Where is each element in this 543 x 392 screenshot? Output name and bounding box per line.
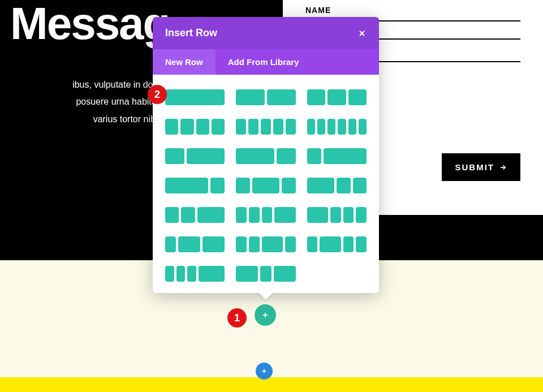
- layout-option[interactable]: [307, 178, 367, 193]
- plus-icon: [261, 368, 268, 374]
- layout-option[interactable]: [236, 266, 295, 282]
- yellow-section: [0, 377, 543, 392]
- layout-option[interactable]: [165, 148, 225, 164]
- layout-option[interactable]: [307, 119, 367, 135]
- layout-option[interactable]: [307, 148, 367, 164]
- layout-option[interactable]: [236, 178, 295, 193]
- layout-option[interactable]: [236, 207, 295, 223]
- layout-grid: [153, 75, 379, 293]
- layout-option[interactable]: [307, 207, 367, 223]
- layout-option[interactable]: [236, 148, 295, 164]
- layout-option[interactable]: [165, 119, 225, 135]
- layout-option[interactable]: [165, 178, 225, 193]
- modal-tabs: New Row Add From Library: [153, 49, 379, 75]
- submit-button[interactable]: SUBMIT: [442, 153, 521, 181]
- layout-option[interactable]: [307, 89, 367, 105]
- layout-option[interactable]: [165, 207, 225, 223]
- annotation-badge-1: 1: [227, 308, 247, 328]
- layout-option[interactable]: [236, 236, 295, 252]
- layout-option[interactable]: [165, 266, 225, 282]
- arrow-right-icon: [499, 163, 507, 171]
- add-row-button[interactable]: [255, 304, 276, 326]
- close-button[interactable]: [357, 29, 367, 38]
- modal-title: Insert Row: [165, 27, 217, 39]
- close-icon: [357, 29, 367, 38]
- layout-option[interactable]: [165, 236, 225, 252]
- tab-new-row[interactable]: New Row: [153, 49, 216, 75]
- modal-header: Insert Row: [153, 17, 379, 49]
- layout-option[interactable]: [165, 89, 225, 105]
- add-section-button[interactable]: [256, 363, 273, 380]
- name-label: NAME: [305, 6, 520, 15]
- hero-title: Messag: [10, 0, 169, 50]
- modal-pointer: [258, 292, 274, 300]
- annotation-badge-2: 2: [148, 85, 167, 104]
- submit-label: SUBMIT: [455, 162, 495, 172]
- insert-row-modal: Insert Row New Row Add From Library: [153, 17, 379, 293]
- layout-option[interactable]: [307, 236, 367, 252]
- layout-option[interactable]: [236, 119, 295, 135]
- plus-icon: [261, 311, 269, 319]
- tab-add-from-library[interactable]: Add From Library: [216, 49, 312, 75]
- layout-option[interactable]: [236, 89, 295, 105]
